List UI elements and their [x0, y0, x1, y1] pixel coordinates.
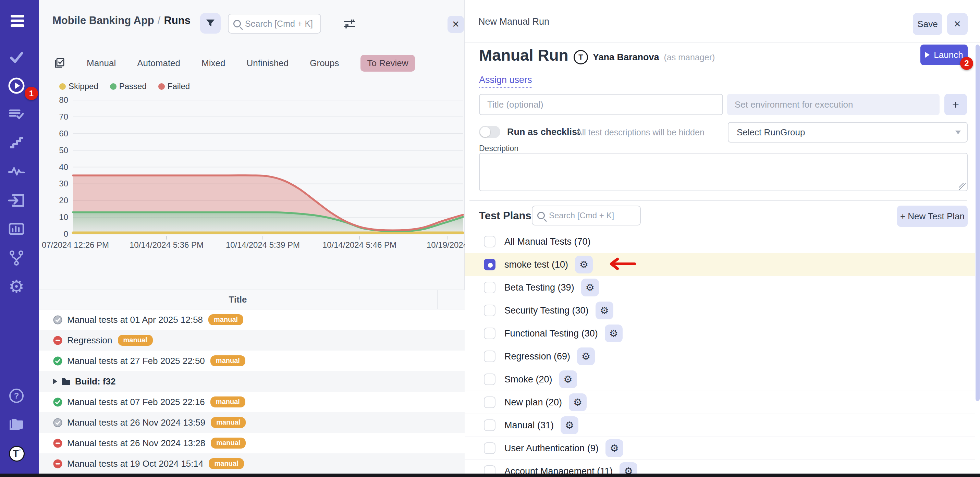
table-row[interactable]: Manual tests at 19 Oct 2024 15:14manual — [39, 453, 465, 474]
add-environment-button[interactable]: + — [944, 94, 967, 115]
manual-badge: manual — [209, 458, 243, 469]
checklist-label: Run as checklist — [507, 127, 580, 137]
close-icon: ✕ — [452, 19, 460, 30]
tab-manual[interactable]: Manual — [87, 58, 116, 68]
app-logo[interactable]: T' — [9, 446, 25, 461]
area-chart-svg: 0102030405060708007/2024 12:26 PM10/14/2… — [39, 97, 465, 258]
description-textarea[interactable] — [479, 153, 968, 191]
close-runs-panel-button[interactable]: ✕ — [447, 16, 464, 33]
tab-mixed[interactable]: Mixed — [202, 58, 225, 68]
test-plan-row[interactable]: New plan (20)⚙ — [465, 391, 975, 414]
sidebar-item-runs[interactable] — [7, 76, 26, 95]
table-row[interactable]: Manual tests at 01 Apr 2025 12:58manual — [39, 309, 465, 330]
test-plan-row[interactable]: Manual (31)⚙ — [465, 414, 975, 437]
passed-icon — [53, 356, 62, 366]
plan-settings-button[interactable]: ⚙ — [605, 324, 623, 342]
plan-settings-button[interactable]: ⚙ — [577, 347, 595, 365]
annotation-badge-2: 2 — [960, 57, 973, 70]
plan-checkbox[interactable] — [484, 396, 495, 408]
test-plan-row[interactable]: Functional Testing (30)⚙ — [465, 322, 975, 345]
plan-settings-button[interactable]: ⚙ — [581, 278, 599, 296]
breadcrumb-separator: / — [154, 14, 164, 26]
scrollbar-thumb[interactable] — [975, 45, 980, 401]
plan-settings-button[interactable]: ⚙ — [575, 256, 593, 273]
table-row[interactable]: Manual tests at 26 Nov 2024 13:59manual — [39, 412, 465, 433]
search-icon — [233, 20, 241, 27]
test-plan-row[interactable]: Regression (69)⚙ — [465, 345, 975, 368]
sidebar-item-import[interactable] — [7, 191, 26, 210]
sidebar-item-branches[interactable] — [7, 248, 26, 267]
test-plan-row[interactable]: Account Management (11)⚙ — [465, 460, 975, 474]
run-as-checklist-toggle[interactable] — [479, 126, 500, 138]
run-title-input[interactable] — [479, 94, 723, 115]
menu-icon[interactable] — [11, 15, 24, 27]
table-row[interactable]: Manual tests at 27 Feb 2025 22:50manual — [39, 351, 465, 371]
plan-checkbox[interactable] — [484, 351, 495, 362]
environment-input[interactable] — [727, 94, 940, 115]
manual-badge: manual — [118, 335, 153, 346]
runs-header: Mobile Banking App/Runs ✕ — [39, 0, 464, 41]
plan-checkbox[interactable] — [484, 465, 495, 474]
test-plans-search — [532, 206, 641, 226]
runs-chart: 0102030405060708007/2024 12:26 PM10/14/2… — [39, 97, 465, 258]
plan-checkbox[interactable] — [484, 420, 495, 431]
test-plan-row[interactable]: Security Testing (30)⚙ — [465, 299, 975, 322]
svg-text:20: 20 — [59, 196, 68, 205]
sidebar-item-reports[interactable] — [7, 219, 26, 238]
runs-search-input[interactable] — [245, 19, 317, 29]
test-plan-row[interactable]: Beta Testing (39)⚙ — [465, 276, 975, 299]
sidebar-item-pulse[interactable] — [7, 162, 26, 181]
plan-settings-button[interactable]: ⚙ — [619, 462, 637, 474]
plan-checkbox[interactable] — [484, 282, 495, 293]
sidebar-item-settings[interactable]: ⚙ — [7, 277, 26, 296]
test-plans-search-input[interactable] — [549, 211, 635, 220]
sliders-icon — [342, 16, 357, 32]
sidebar-item-tests[interactable] — [7, 48, 26, 67]
test-plan-row[interactable]: User Authentication (9)⚙ — [465, 437, 975, 460]
plan-label: All Manual Tests (70) — [504, 237, 591, 247]
test-plan-row[interactable]: All Manual Tests (70) — [465, 230, 975, 253]
gear-icon: ⚙ — [579, 260, 589, 270]
plan-checkbox-checked[interactable] — [484, 259, 495, 270]
display-settings-button[interactable] — [342, 16, 357, 32]
plan-settings-button[interactable]: ⚙ — [559, 370, 577, 388]
plan-checkbox[interactable] — [484, 305, 495, 316]
tab-automated[interactable]: Automated — [137, 58, 180, 68]
plan-settings-button[interactable]: ⚙ — [561, 417, 578, 434]
assign-users-link[interactable]: Assign users — [479, 75, 532, 88]
sidebar-item-projects[interactable] — [7, 415, 26, 434]
tab-to-review[interactable]: To Review — [361, 55, 415, 72]
sidebar-item-testplans[interactable] — [7, 105, 26, 124]
plan-settings-button[interactable]: ⚙ — [606, 439, 623, 457]
plan-checkbox[interactable] — [484, 374, 495, 385]
table-row[interactable]: Build: f32 — [39, 371, 465, 392]
drawer-header: New Manual Run Save ✕ — [465, 0, 980, 43]
avatar: T — [574, 50, 588, 64]
test-plan-row[interactable]: smoke test (10)⚙ — [465, 253, 975, 276]
column-divider[interactable] — [437, 290, 438, 309]
plan-settings-button[interactable]: ⚙ — [569, 393, 587, 411]
breadcrumb-project[interactable]: Mobile Banking App — [52, 14, 154, 26]
svg-text:70: 70 — [59, 112, 68, 121]
tab-unfinished[interactable]: Unfinished — [247, 58, 288, 68]
column-header-title[interactable]: Title — [39, 290, 437, 309]
plan-settings-button[interactable]: ⚙ — [595, 302, 613, 320]
close-drawer-button[interactable]: ✕ — [947, 13, 968, 35]
save-button[interactable]: Save — [913, 13, 942, 35]
rungroup-select[interactable]: Select RunGroup — [728, 122, 968, 143]
filter-button[interactable] — [200, 13, 221, 33]
table-row[interactable]: Manual tests at 07 Feb 2025 22:16manual — [39, 392, 465, 412]
sidebar-item-help[interactable]: ? — [7, 386, 26, 405]
table-row[interactable]: Regressionmanual — [39, 330, 465, 351]
new-test-plan-button[interactable]: + New Test Plan — [897, 206, 968, 227]
sidebar-item-steps[interactable] — [7, 133, 26, 153]
tab-groups[interactable]: Groups — [310, 58, 339, 68]
plan-checkbox[interactable] — [484, 442, 495, 454]
caret-right-icon[interactable] — [53, 378, 57, 384]
test-plan-row[interactable]: Smoke (20)⚙ — [465, 368, 975, 391]
plan-checkbox[interactable] — [484, 236, 495, 247]
pending-icon — [53, 418, 62, 427]
table-row[interactable]: Manual tests at 26 Nov 2024 13:28manual — [39, 433, 465, 453]
chart-legend: Skipped Passed Failed — [59, 81, 190, 91]
plan-checkbox[interactable] — [484, 328, 495, 339]
